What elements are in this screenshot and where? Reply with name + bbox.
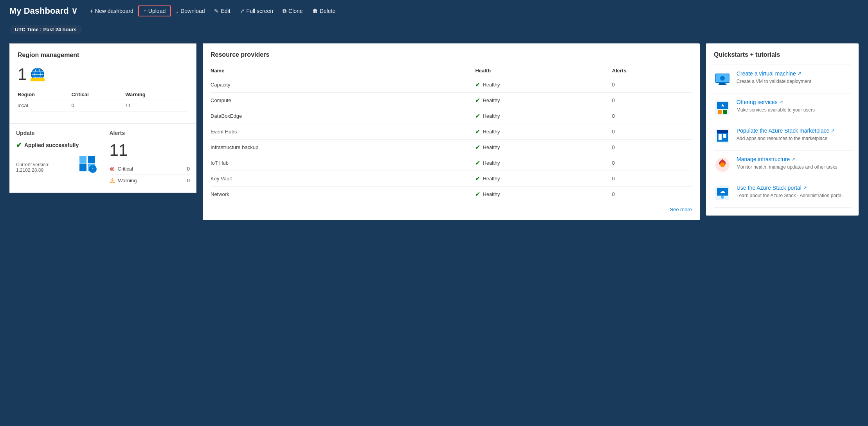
health-cell: ✔Healthy: [475, 159, 612, 167]
globe-icon: [31, 67, 45, 81]
new-dashboard-button[interactable]: + New dashboard: [85, 5, 138, 16]
col-warning: Warning: [125, 90, 188, 99]
edit-icon: ✎: [214, 8, 219, 14]
resource-providers-table: Name Health Alerts Capacity✔Healthy0Comp…: [211, 65, 692, 202]
qs-desc-manage-infra: Monitor health, manage updates and other…: [737, 164, 851, 171]
fullscreen-button[interactable]: ⤢ Full screen: [235, 5, 278, 16]
resource-providers-card: Resource providers Name Health Alerts Ca…: [203, 43, 700, 220]
qs-text-manage-infra: Manage infrastructure ↗ Monitor health, …: [737, 156, 851, 171]
left-column: Region management 1 Region Criti: [9, 43, 196, 193]
table-row: Event Hubs✔Healthy0: [211, 124, 692, 140]
region-management-title: Region management: [18, 52, 188, 59]
qs-text-offering-services: Offering services ↗ Make services availa…: [737, 99, 851, 113]
top-bar: My Dashboard ∨ + New dashboard ↑ Upload …: [0, 0, 868, 22]
delete-button[interactable]: 🗑 Delete: [308, 5, 340, 16]
plus-icon: +: [90, 8, 93, 14]
update-bottom: Current version: 1.2102.28.89 ↑: [16, 154, 97, 173]
alerts-count: 11: [110, 141, 190, 160]
quickstart-item-offering-services[interactable]: ★ Offering services ↗ Make services avai…: [714, 93, 851, 122]
health-cell: ✔Healthy: [475, 112, 612, 120]
svg-rect-9: [88, 156, 95, 163]
external-link-icon: ↗: [831, 128, 835, 133]
table-row: IoT Hub✔Healthy0: [211, 155, 692, 171]
check-icon: ✔: [16, 141, 22, 149]
svg-rect-25: [717, 130, 728, 133]
col-critical: Critical: [72, 90, 126, 99]
bottom-row: Update ✔ Applied successfully Current ve…: [10, 123, 196, 192]
clone-button[interactable]: ⧉ Clone: [278, 5, 308, 17]
table-row: Capacity✔Healthy0: [211, 77, 692, 93]
quickstarts-card: Quickstarts + tutorials Create a virtual…: [706, 43, 859, 216]
quickstart-item-marketplace[interactable]: Populate the Azure Stack marketplace ↗ A…: [714, 122, 851, 151]
region-table: Region Critical Warning local011: [18, 90, 188, 112]
see-more-link[interactable]: See more: [670, 207, 692, 212]
healthy-icon: ✔: [475, 128, 480, 135]
svg-rect-7: [79, 164, 86, 171]
delete-icon: 🗑: [312, 8, 318, 14]
resource-providers-title: Resource providers: [211, 51, 692, 58]
rp-col-name: Name: [211, 65, 475, 77]
quickstarts-title: Quickstarts + tutorials: [714, 51, 851, 58]
qs-desc-create-vm: Create a VM to validate deployment: [737, 78, 851, 85]
download-icon: ↓: [176, 8, 178, 14]
main-content: Region management 1 Region Criti: [0, 37, 868, 230]
qs-link-offering-services[interactable]: Offering services ↗: [737, 99, 851, 105]
warning-icon: ⚠: [110, 177, 115, 184]
version-value: 1.2102.28.89: [16, 167, 49, 173]
quickstart-item-portal[interactable]: ☁ Use the Azure Stack portal ↗ Learn abo…: [714, 179, 851, 208]
rp-col-alerts: Alerts: [612, 65, 692, 77]
alerts-list: ⊗Critical0⚠Warning0: [110, 163, 190, 186]
version-label: Current version:: [16, 162, 49, 167]
svg-rect-27: [723, 134, 726, 138]
edit-button[interactable]: ✎ Edit: [209, 5, 235, 16]
health-cell: ✔Healthy: [475, 81, 612, 88]
health-cell: ✔Healthy: [475, 97, 612, 104]
health-cell: ✔Healthy: [475, 191, 612, 198]
healthy-icon: ✔: [475, 175, 480, 182]
quickstart-item-manage-infra[interactable]: Manage infrastructure ↗ Monitor health, …: [714, 151, 851, 179]
external-link-icon: ↗: [779, 99, 783, 105]
qs-text-marketplace: Populate the Azure Stack marketplace ↗ A…: [737, 128, 851, 142]
region-management-card: Region management 1 Region Criti: [10, 44, 196, 123]
qs-icon-portal: ☁: [714, 185, 731, 202]
qs-icon-manage-infra: [714, 156, 731, 173]
qs-link-create-vm[interactable]: Create a virtual machine ↗: [737, 70, 851, 77]
svg-rect-6: [31, 78, 45, 81]
time-value: Past 24 hours: [43, 27, 76, 32]
external-link-icon: ↗: [791, 156, 795, 162]
healthy-icon: ✔: [475, 81, 480, 88]
qs-icon-marketplace: [714, 128, 731, 145]
qs-text-portal: Use the Azure Stack portal ↗ Learn about…: [737, 185, 851, 199]
qs-link-manage-infra[interactable]: Manage infrastructure ↗: [737, 156, 851, 162]
update-card: Update ✔ Applied successfully Current ve…: [10, 123, 103, 192]
healthy-icon: ✔: [475, 112, 480, 120]
svg-text:↑: ↑: [92, 166, 94, 172]
marketplace-icon: [714, 128, 731, 145]
table-row: local011: [18, 99, 188, 112]
healthy-icon: ✔: [475, 191, 480, 198]
svg-rect-8: [79, 156, 86, 163]
table-row: Compute✔Healthy0: [211, 93, 692, 108]
update-status: ✔ Applied successfully: [16, 141, 97, 149]
error-icon: ⊗: [110, 165, 115, 173]
fullscreen-icon: ⤢: [240, 8, 245, 14]
qs-desc-portal: Learn about the Azure Stack - Administra…: [737, 192, 851, 199]
col-region: Region: [18, 90, 72, 99]
alerts-card: Alerts 11 ⊗Critical0⚠Warning0: [103, 123, 196, 192]
dashboard-title-text: My Dashboard: [9, 6, 69, 16]
alert-item: ⊗Critical0: [110, 163, 190, 174]
qs-link-marketplace[interactable]: Populate the Azure Stack marketplace ↗: [737, 128, 851, 134]
qs-link-portal[interactable]: Use the Azure Stack portal ↗: [737, 185, 851, 191]
qs-desc-offering-services: Make services available to your users: [737, 107, 851, 113]
table-row: Key Vault✔Healthy0: [211, 171, 692, 187]
healthy-icon: ✔: [475, 159, 480, 167]
rp-col-health: Health: [475, 65, 612, 77]
svg-point-32: [721, 196, 724, 199]
quickstart-item-create-vm[interactable]: Create a virtual machine ↗ Create a VM t…: [714, 65, 851, 93]
upload-button[interactable]: ↑ Upload: [138, 5, 171, 16]
download-button[interactable]: ↓ Download: [171, 5, 209, 16]
svg-rect-15: [718, 84, 727, 85]
chevron-down-icon[interactable]: ∨: [71, 6, 77, 16]
alerts-title: Alerts: [110, 130, 190, 136]
svg-text:★: ★: [721, 103, 725, 108]
